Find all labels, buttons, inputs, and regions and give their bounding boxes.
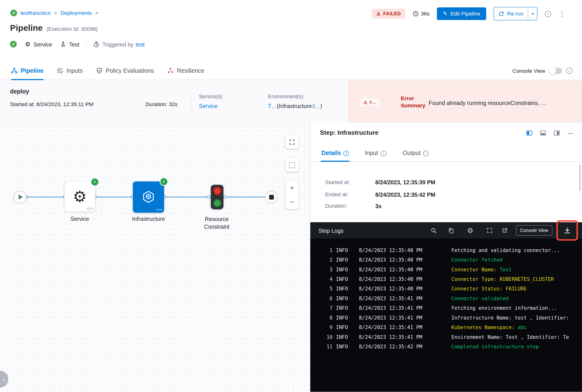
environments-value: T…(Infrastructure:t…) — [268, 103, 322, 109]
failed-chip-label: F… — [370, 100, 377, 105]
canvas-marquee-select-button[interactable] — [286, 158, 299, 172]
execution-tabbar: Pipeline Inputs Policy Evaluations Resil… — [0, 62, 582, 80]
log-line: 8INFO8/24/2023 12:35:41 PMInfrastructure… — [310, 313, 582, 322]
end-node[interactable] — [265, 191, 278, 204]
clock-icon — [413, 11, 419, 17]
tab-output-label: Output — [403, 150, 420, 157]
minimize-panel-icon[interactable]: — — [567, 130, 573, 136]
tab-pipeline[interactable]: Pipeline — [11, 62, 44, 80]
node-label-service: Service — [65, 216, 95, 222]
divider — [86, 41, 87, 48]
tab-input[interactable]: Input i — [365, 145, 386, 161]
log-search-icon[interactable] — [430, 227, 437, 234]
node-label-infrastructure: Infrastructure — [118, 216, 179, 222]
stopwatch-icon — [93, 41, 99, 47]
services-label: Service(s) — [199, 94, 222, 100]
started-at-value: 8/24/2023, 12:35:39 PM — [375, 179, 435, 186]
log-line: 10INFO8/24/2023 12:35:41 PMEnvironment N… — [310, 332, 582, 342]
details-info-icon[interactable]: i — [343, 150, 349, 156]
step-logs-header: Step Logs ⚙ Console View — [310, 222, 582, 238]
status-badge-label: FAILED — [383, 11, 401, 16]
input-info-icon[interactable]: i — [381, 150, 386, 156]
edge-connector-dot — [207, 195, 210, 198]
tab-inputs[interactable]: Inputs — [57, 62, 83, 80]
tab-policy-evaluations[interactable]: Policy Evaluations — [96, 62, 154, 80]
node-resource-constraint[interactable] — [211, 185, 224, 209]
log-line: 6INFO8/24/2023 12:35:41 PMConnector vali… — [310, 294, 582, 303]
tab-resilience[interactable]: Resilience — [167, 62, 204, 80]
log-lines[interactable]: 1INFO8/24/2023 12:35:40 PMFetching and v… — [310, 239, 582, 352]
cd-module-icon — [11, 10, 17, 16]
service-tag[interactable]: Service — [34, 41, 52, 47]
triggered-by-user[interactable]: test — [136, 41, 145, 47]
canvas-fit-view-button[interactable] — [286, 136, 299, 149]
tab-details[interactable]: Details i — [322, 145, 349, 161]
tab-output[interactable]: Output i — [403, 145, 429, 161]
rerun-dropdown-caret[interactable]: ▾ — [528, 8, 537, 20]
console-view-toggle[interactable] — [549, 68, 562, 74]
breadcrumb: testfrancisco > Deployments > — [11, 10, 99, 16]
edit-pipeline-button[interactable]: ✎ Edit Pipeline — [437, 8, 486, 20]
pipeline-canvas[interactable]: ⚙ ✓ </> Service ✓ </> Infrastructure Res… — [0, 123, 310, 392]
code-icon: </> — [156, 208, 162, 212]
traffic-light-red — [213, 187, 221, 195]
gear-icon: ⚙ — [25, 41, 31, 47]
play-icon — [18, 194, 23, 200]
stop-icon — [269, 194, 274, 199]
policy-shield-icon — [96, 68, 102, 74]
node-service[interactable]: ⚙ ✓ </> — [65, 182, 95, 211]
step-details-panel: Step: Infrastructure — Details i Input i… — [310, 123, 582, 392]
output-info-icon[interactable]: i — [423, 150, 429, 156]
log-console-view-button[interactable]: Console View — [516, 225, 552, 236]
rerun-button[interactable]: Re-run ▾ — [494, 7, 537, 20]
log-fullscreen-icon[interactable] — [486, 227, 493, 234]
services-value-link[interactable]: Service — [199, 103, 218, 109]
failed-chip: ⚠ F… — [360, 99, 380, 106]
layout-bottom-icon[interactable] — [540, 130, 546, 136]
step-logs-panel: Step Logs ⚙ Console View — [310, 222, 582, 392]
canvas-zoom-control: + − — [286, 181, 299, 209]
header-info-icon[interactable]: i — [545, 10, 551, 17]
environment-link[interactable]: T… — [268, 103, 277, 109]
ended-at-value: 8/24/2023, 12:35:42 PM — [375, 192, 435, 198]
panel-layout-controls: — — [526, 130, 573, 136]
toggle-knob — [549, 67, 556, 74]
log-settings-icon[interactable]: ⚙ — [467, 227, 473, 234]
error-summary-block: ⚠ F… Error Summary Found already running… — [348, 80, 582, 122]
log-line: 2INFO8/24/2023 12:35:40 PMConnector fetc… — [310, 255, 582, 264]
node-infrastructure[interactable]: ✓ </> — [133, 182, 164, 213]
zoom-out-button[interactable]: − — [286, 195, 299, 209]
cd-module-icon — [10, 41, 17, 48]
ended-at-label: Ended at: — [325, 192, 375, 198]
started-at-text: Started at: 8/24/2023, 12:35:11 PM — [10, 101, 94, 107]
success-check-icon: ✓ — [160, 178, 167, 185]
header-actions: ⚠ FAILED 36s ✎ Edit Pipeline Re-run ▾ i … — [372, 7, 566, 20]
detail-row-started: Started at: 8/24/2023, 12:35:39 PM — [325, 179, 435, 186]
log-download-button[interactable] — [563, 227, 571, 234]
layout-left-icon[interactable] — [526, 130, 532, 136]
warning-icon: ⚠ — [363, 100, 367, 105]
rerun-label: Re-run — [507, 11, 523, 17]
test-tag[interactable]: Test — [69, 41, 80, 47]
start-node[interactable] — [14, 191, 27, 204]
log-copy-icon[interactable] — [448, 227, 455, 234]
expand-icon — [289, 139, 295, 145]
infrastructure-link[interactable]: t… — [313, 103, 320, 109]
scrollbar-thumb[interactable] — [579, 164, 581, 191]
rerun-main[interactable]: Re-run — [494, 8, 528, 20]
layout-right-icon[interactable] — [554, 130, 560, 136]
breadcrumb-project[interactable]: testfrancisco — [21, 10, 51, 16]
execution-id: (Execution Id: 30098) — [47, 26, 98, 32]
elapsed-time-value: 36s — [421, 11, 430, 17]
environment-infra-label: (Infrastructure: — [277, 103, 313, 109]
breadcrumb-deployments[interactable]: Deployments — [60, 10, 92, 16]
zoom-in-button[interactable]: + — [286, 181, 299, 195]
console-view-info-icon[interactable]: i — [566, 68, 572, 74]
log-open-external-icon[interactable] — [501, 227, 508, 234]
status-badge: ⚠ FAILED — [372, 9, 405, 18]
kebab-menu-icon[interactable]: ⋮ — [559, 10, 566, 18]
success-check-icon: ✓ — [91, 178, 99, 186]
step-logs-title: Step Logs — [318, 227, 343, 234]
panel-collapse-handle[interactable]: ‹ — [0, 371, 8, 388]
log-line: 1INFO8/24/2023 12:35:40 PMFetching and v… — [310, 245, 582, 255]
